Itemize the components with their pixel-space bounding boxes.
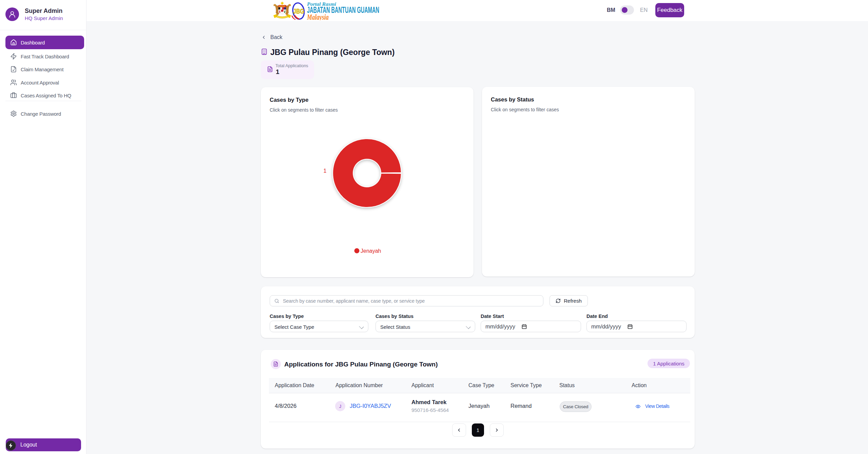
svg-text:1: 1 (324, 168, 327, 174)
svg-text:JBG: JBG (293, 7, 304, 15)
svg-text:Malaysia: Malaysia (307, 13, 329, 20)
svg-text:Jenayah: Jenayah (361, 248, 381, 254)
